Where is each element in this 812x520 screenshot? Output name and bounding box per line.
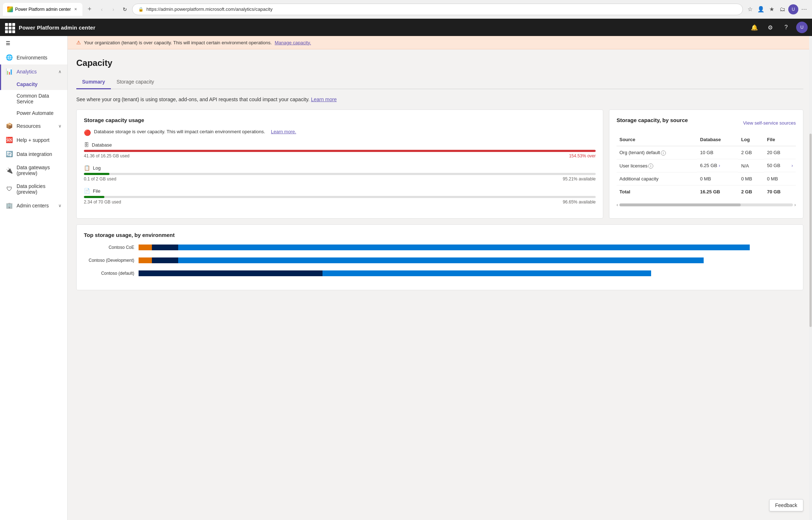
file-bar-track — [84, 196, 596, 198]
log-stats: 0.1 of 2 GB used 95.21% available — [84, 176, 596, 181]
env-bar-area — [139, 257, 796, 264]
sidebar-item-data-gateways[interactable]: 🔌 Data gateways (preview) — [0, 161, 67, 180]
info-icon[interactable]: i — [648, 163, 653, 169]
file-used-text: 2.34 of 70 GB used — [84, 200, 121, 205]
environment-chart-card: Top storage usage, by environment Contos… — [76, 224, 803, 290]
sidebar-label-admin-centers: Admin centers — [17, 203, 55, 209]
table-header-row: Source Database Log File — [617, 135, 796, 146]
sidebar-toggle[interactable]: ☰ — [0, 36, 67, 50]
source-table: Source Database Log File Org (tenant) de… — [617, 135, 796, 198]
col-source: Source — [617, 135, 697, 146]
log-bar-track — [84, 173, 596, 175]
app-shell: Power Platform admin center 🔔 ⚙ ? U ☰ 🌐 … — [0, 19, 812, 520]
sidebar: ☰ 🌐 Environments 📊 Analytics ∧ Capacity … — [0, 36, 68, 520]
admin-centers-icon: 🏢 — [6, 202, 13, 209]
database-storage-item: 🗄 Database 41.36 of 16.25 GB used 154.53… — [84, 142, 596, 158]
log-cell: 2 GB — [738, 146, 764, 160]
settings-button[interactable]: ⚙ — [764, 22, 776, 33]
address-bar[interactable]: 🔒 https://admin.powerplatform.microsoft.… — [132, 4, 743, 15]
admin-centers-chevron-icon: ∨ — [58, 203, 62, 208]
bar-orange — [139, 245, 152, 250]
file-chevron-right-icon[interactable]: › — [791, 163, 793, 168]
browser-navigation: ‹ › ↻ — [97, 4, 130, 14]
col-log: Log — [738, 135, 764, 146]
data-integration-icon: 🔄 — [6, 151, 13, 157]
sidebar-item-admin-centers[interactable]: 🏢 Admin centers ∨ — [0, 198, 67, 212]
more-button[interactable]: ⋯ — [799, 4, 809, 14]
file-status-text: 96.65% available — [563, 200, 596, 205]
data-gateways-icon: 🔌 — [6, 167, 13, 174]
content-area: See where your org (tenant) is using sto… — [68, 89, 812, 297]
page-scrollbar[interactable] — [809, 36, 812, 520]
log-cell: 0 MB — [738, 172, 764, 185]
browser-actions: ☆ 👤 ★ 🗂 U ⋯ — [745, 4, 809, 14]
scroll-right-arrow[interactable]: › — [794, 202, 796, 207]
horizontal-scrollbar[interactable]: ‹ › — [617, 202, 796, 207]
bookmark-button[interactable]: ☆ — [745, 4, 755, 14]
tab-storage-capacity[interactable]: Storage capacity — [111, 75, 160, 89]
sidebar-sub-label-power-automate: Power Automate — [17, 110, 54, 116]
scrollbar-thumb — [809, 134, 812, 327]
log-cell: N/A — [738, 159, 764, 172]
table-row[interactable]: User licensesi6.25 GB›N/A50 GB› — [617, 159, 796, 172]
chart-area: Contoso CoEContoso (Development)Contoso … — [84, 244, 796, 277]
environments-icon: 🌐 — [6, 54, 13, 61]
browser-chrome: Power Platform admin center ✕ + ‹ › ↻ 🔒 … — [0, 0, 812, 19]
env-chart-row: Contoso (Development) — [84, 257, 796, 264]
favorites-button[interactable]: ★ — [767, 4, 777, 14]
page-content: ⚠ Your organization (tenant) is over cap… — [68, 36, 812, 520]
sidebar-item-resources[interactable]: 📦 Resources ∨ — [0, 119, 67, 133]
scroll-left-arrow[interactable]: ‹ — [617, 202, 618, 207]
env-bar-container — [139, 245, 796, 250]
notifications-button[interactable]: 🔔 — [749, 22, 760, 33]
sidebar-item-data-policies[interactable]: 🛡 Data policies (preview) — [0, 180, 67, 198]
bar-dark-blue — [152, 245, 178, 250]
forward-button[interactable]: › — [108, 4, 118, 14]
sidebar-label-environments: Environments — [17, 55, 62, 60]
feedback-button[interactable]: Feedback — [769, 499, 803, 511]
info-icon[interactable]: i — [661, 151, 666, 156]
sidebar-sub-item-common-data-service[interactable]: Common Data Service — [0, 90, 67, 107]
page-title: Capacity — [76, 58, 803, 68]
env-label: Contoso (default) — [84, 271, 134, 276]
file-cell: 70 GB — [764, 185, 796, 198]
profile-button[interactable]: 👤 — [756, 4, 766, 14]
reload-button[interactable]: ↻ — [120, 4, 130, 14]
new-tab-button[interactable]: + — [85, 4, 95, 14]
collections-button[interactable]: 🗂 — [777, 4, 788, 14]
sidebar-item-help-support[interactable]: 🆘 Help + support — [0, 133, 67, 147]
help-button[interactable]: ? — [780, 22, 792, 33]
chevron-right-icon[interactable]: › — [719, 163, 720, 168]
view-self-service-link[interactable]: View self-service sources — [743, 120, 796, 126]
learn-more-error-link[interactable]: Learn more. — [271, 129, 296, 134]
database-cell: 6.25 GB› — [697, 159, 738, 172]
file-stats: 2.34 of 70 GB used 96.65% available — [84, 200, 596, 205]
manage-capacity-link[interactable]: Manage capacity. — [275, 40, 311, 45]
table-row: Additional capacity0 MB0 MB0 MB — [617, 172, 796, 185]
sidebar-item-analytics[interactable]: 📊 Analytics ∧ — [0, 64, 67, 79]
log-storage-item: 📋 Log 0.1 of 2 GB used 95.21% available — [84, 165, 596, 181]
source-cell: Additional capacity — [617, 172, 697, 185]
back-button[interactable]: ‹ — [97, 4, 107, 14]
tab-close-button[interactable]: ✕ — [73, 7, 78, 12]
sidebar-item-data-integration[interactable]: 🔄 Data integration — [0, 147, 67, 161]
alert-message: Your organization (tenant) is over capac… — [84, 40, 272, 45]
user-avatar[interactable]: U — [788, 4, 798, 14]
scroll-track[interactable] — [619, 203, 793, 206]
waffle-menu[interactable] — [4, 22, 14, 32]
tab-summary[interactable]: Summary — [76, 75, 111, 89]
learn-more-link[interactable]: Learn more — [311, 97, 337, 102]
analytics-icon: 📊 — [6, 68, 13, 75]
cards-row: Storage capacity usage 🔴 Database storag… — [76, 109, 803, 219]
sidebar-item-environments[interactable]: 🌐 Environments — [0, 50, 67, 64]
data-policies-icon: 🛡 — [6, 186, 13, 192]
bar-blue — [322, 270, 651, 276]
browser-tab[interactable]: Power Platform admin center ✕ — [3, 3, 82, 16]
log-bar-fill — [84, 173, 109, 175]
database-bar-track — [84, 150, 596, 152]
sidebar-sub-item-capacity[interactable]: Capacity — [0, 79, 67, 90]
sidebar-label-data-integration: Data integration — [17, 151, 62, 157]
sidebar-sub-item-power-automate[interactable]: Power Automate — [0, 107, 67, 119]
user-profile-avatar[interactable]: U — [796, 22, 808, 33]
main-area: ☰ 🌐 Environments 📊 Analytics ∧ Capacity … — [0, 36, 812, 520]
